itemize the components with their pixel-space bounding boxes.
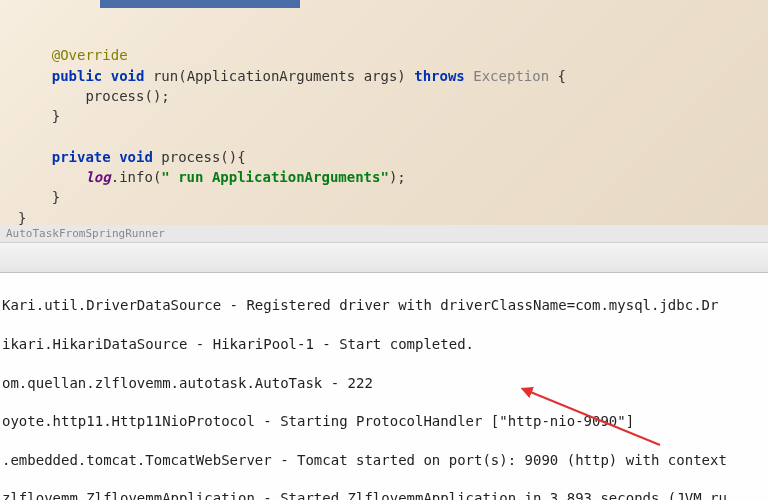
method-name-process: process: [161, 149, 220, 165]
arg-type: ApplicationArguments: [187, 68, 356, 84]
annotation-override: @Override: [52, 47, 128, 63]
exception-class: Exception: [473, 68, 549, 84]
keyword-throws: throws: [414, 68, 465, 84]
breadcrumb-bar[interactable]: AutoTaskFromSpringRunner: [0, 225, 768, 243]
code-editor[interactable]: @Override public void run(ApplicationArg…: [0, 0, 768, 225]
console-output[interactable]: Kari.util.DriverDataSource - Registered …: [0, 273, 768, 500]
editor-tab-bar[interactable]: [100, 0, 300, 8]
breadcrumb-class[interactable]: AutoTaskFromSpringRunner: [6, 227, 165, 240]
log-line: om.quellan.zlflovemm.autotask.AutoTask -…: [0, 374, 768, 393]
log-line: .embedded.tomcat.TomcatWebServer - Tomca…: [0, 451, 768, 470]
log-line: zlflovemm.ZlflovemmApplication - Started…: [0, 489, 768, 500]
keyword-private: private: [52, 149, 111, 165]
log-line: oyote.http11.Http11NioProtocol - Startin…: [0, 412, 768, 431]
field-log: log: [85, 169, 110, 185]
keyword-void: void: [111, 68, 145, 84]
log-line: Kari.util.DriverDataSource - Registered …: [0, 296, 768, 315]
console-toolbar[interactable]: [0, 243, 768, 273]
method-name-run: run: [153, 68, 178, 84]
call-info: .info: [111, 169, 153, 185]
code-block: @Override public void run(ApplicationArg…: [18, 25, 750, 225]
call-process: process: [85, 88, 144, 104]
keyword-public: public: [52, 68, 103, 84]
arg-name: args: [364, 68, 398, 84]
keyword-void-2: void: [119, 149, 153, 165]
string-literal: " run ApplicationArguments": [161, 169, 389, 185]
log-line: ikari.HikariDataSource - HikariPool-1 - …: [0, 335, 768, 354]
